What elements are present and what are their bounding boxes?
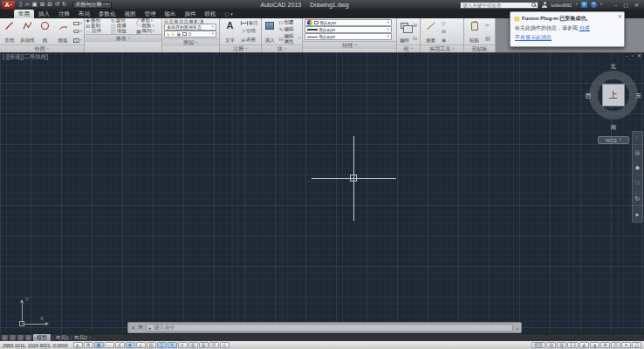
dimension-tool[interactable]: 标注 xyxy=(241,21,258,26)
tab-home[interactable]: 常用 xyxy=(14,10,34,18)
quick-select-tool[interactable]: ▽ xyxy=(442,21,446,26)
command-close-icon[interactable]: ✕ xyxy=(131,325,135,331)
tab-model[interactable]: 模型 xyxy=(33,334,51,341)
quick-view-layouts-button[interactable]: ▤ xyxy=(546,342,556,348)
notification-close-icon[interactable]: ✕ xyxy=(618,13,622,19)
drawing-close-button[interactable]: ✕ xyxy=(637,53,641,58)
wcs-dropdown[interactable]: WCS ▾ xyxy=(598,136,629,144)
command-input[interactable]: ▸ 键入命令 xyxy=(146,324,514,332)
linetype-dropdown[interactable]: ByLayer ▾ xyxy=(305,33,392,40)
panel-label-draw[interactable]: 绘图 ▾ xyxy=(0,44,84,52)
readme-link[interactable]: 自述 xyxy=(579,25,590,31)
panel-label-utilities[interactable]: 实用工具 ▾ xyxy=(421,44,463,52)
create-block-tool[interactable]: ⊡创建 xyxy=(278,20,300,25)
drawing-minimize-button[interactable]: – xyxy=(625,53,627,58)
signin-user-name[interactable]: lurked692 xyxy=(551,3,572,8)
dismiss-message-link[interactable]: 不再显示此消息 xyxy=(515,34,552,42)
quick-calc-tool[interactable]: ⊞ xyxy=(442,29,446,34)
polyline-tool[interactable]: 多段线 xyxy=(18,19,35,44)
transparency-toggle[interactable]: ▥ xyxy=(188,342,198,348)
infer-constraints-toggle[interactable]: ◭ xyxy=(73,342,83,348)
snap-mode-toggle[interactable]: ⊞ xyxy=(84,342,93,348)
circle-tool[interactable]: 圆 xyxy=(37,19,53,44)
tab-annotate[interactable]: 注释 xyxy=(54,10,74,18)
close-button[interactable]: ✕ xyxy=(634,3,639,8)
edit-attributes-tool[interactable]: ⊟编辑属性▾ xyxy=(278,34,300,44)
object-snap-tracking-toggle[interactable]: ▨ xyxy=(147,342,156,348)
help-icon[interactable]: ? xyxy=(591,2,597,8)
search-input[interactable] xyxy=(461,3,531,8)
drawing-canvas[interactable]: [-][俯视][二维线框] – ▫ ✕ 北 西 东 南 上 WCS ▾ ≡ ◎ … xyxy=(0,52,644,333)
tab-parametric[interactable]: 参数化 xyxy=(94,10,120,18)
next-tab-button[interactable]: › xyxy=(17,335,24,341)
group-edit-tool[interactable]: ⊟ xyxy=(413,36,417,41)
signin-user-icon[interactable] xyxy=(542,2,547,8)
line-tool[interactable]: 直线 xyxy=(1,19,17,44)
panel-label-properties[interactable]: 特性 ▾ xyxy=(303,41,396,49)
clean-screen-button[interactable]: ◱ xyxy=(632,342,641,348)
paste-tool[interactable]: 粘贴 xyxy=(465,19,483,44)
ribbon-minimize-button[interactable]: ▢ ▾ xyxy=(221,10,237,18)
command-resize-grip-icon[interactable]: ▴ xyxy=(516,325,518,331)
chevron-down-icon[interactable]: ▾ xyxy=(575,3,577,7)
annotation-scale-button[interactable]: 1:1 xyxy=(567,342,579,348)
lineweight-toggle[interactable]: ≡ xyxy=(178,342,188,348)
viewcube-west[interactable]: 西 xyxy=(586,92,592,100)
maximize-button[interactable]: ▢ xyxy=(623,3,628,8)
tab-layout[interactable]: 布局 xyxy=(74,10,94,18)
save-as-icon[interactable]: ⊞ xyxy=(40,2,45,8)
text-tool[interactable]: A 文字 xyxy=(221,19,239,44)
minimize-button[interactable]: – xyxy=(614,3,617,8)
undo-icon[interactable]: ↺ xyxy=(55,2,59,8)
annotation-visibility-button[interactable]: ◭ xyxy=(579,342,589,348)
model-space-button[interactable]: 模型 xyxy=(531,342,545,348)
viewcube-north[interactable]: 北 xyxy=(586,63,641,71)
panel-label-layers[interactable]: 图层 ▾ xyxy=(162,38,219,46)
3d-object-snap-toggle[interactable]: ◬ xyxy=(136,342,146,348)
dynamic-input-toggle[interactable]: ✎ xyxy=(168,342,177,348)
auto-annotate-button[interactable]: ◮ xyxy=(590,342,599,348)
new-icon[interactable]: ▯ xyxy=(19,2,23,8)
leader-tool[interactable]: ↗引线 xyxy=(241,29,258,34)
id-point-tool[interactable]: ◉ xyxy=(442,38,446,43)
dynamic-ucs-toggle[interactable]: ◫ xyxy=(157,342,167,348)
arc-tool[interactable]: 圆弧 xyxy=(54,19,71,44)
insert-block-tool[interactable]: 插入 xyxy=(263,19,277,44)
tab-plugins[interactable]: 插件 xyxy=(181,10,201,18)
navbar-grip-icon[interactable]: ≡ xyxy=(636,136,638,140)
showmotion-icon[interactable]: ▸ xyxy=(636,211,640,217)
hatch-tool[interactable]: ▾ xyxy=(73,38,82,43)
quick-view-drawings-button[interactable]: ▥ xyxy=(557,342,566,348)
tab-view[interactable]: 视图 xyxy=(120,10,140,18)
tab-manage[interactable]: 管理 xyxy=(140,10,161,18)
quick-properties-toggle[interactable]: ▤ xyxy=(199,342,209,348)
ellipse-tool[interactable]: ▾ xyxy=(73,30,82,34)
edit-block-tool[interactable]: ✎编辑 xyxy=(278,27,300,32)
ungroup-tool[interactable]: ⊞ xyxy=(413,23,417,28)
panel-label-modify[interactable]: 修改 ▾ xyxy=(85,34,161,42)
viewcube-top-face[interactable]: 上 xyxy=(602,84,625,106)
grid-display-toggle[interactable]: ▦ xyxy=(94,342,104,348)
measure-tool[interactable]: 测量 xyxy=(421,19,440,44)
ortho-mode-toggle[interactable]: ∟ xyxy=(105,342,114,348)
last-tab-button[interactable]: » xyxy=(25,335,31,341)
drawing-restore-button[interactable]: ▫ xyxy=(632,53,634,58)
coordinate-readout[interactable]: 2965.1011, 1024.9021, 0.0000 xyxy=(3,343,68,348)
object-color-dropdown[interactable]: ByLayer ▾ xyxy=(305,19,392,26)
steering-wheel-icon[interactable]: ◎ xyxy=(634,149,640,155)
panel-label-groups[interactable]: 组 ▾ xyxy=(397,44,420,52)
tab-online[interactable]: 联机 xyxy=(201,10,221,18)
panel-label-annotation[interactable]: 注释 ▾ xyxy=(220,44,261,52)
prev-tab-button[interactable]: ‹ xyxy=(10,335,16,341)
workspace-switching-button[interactable]: ⚙ xyxy=(600,342,610,348)
object-snap-toggle[interactable]: ◈ xyxy=(126,342,135,348)
pan-icon[interactable]: ✚ xyxy=(635,165,641,171)
layer-state-dropdown[interactable]: 未保存的图层状态 ▾ xyxy=(164,24,216,31)
selection-cycling-toggle[interactable]: ⊡ xyxy=(209,342,219,348)
orbit-icon[interactable]: ↻ xyxy=(635,195,641,202)
exchange-apps-icon[interactable]: X xyxy=(581,2,587,8)
group-tool[interactable]: 编组 xyxy=(398,19,411,44)
search-icon[interactable] xyxy=(531,2,537,8)
customize-wrench-icon[interactable]: ⚒ xyxy=(138,325,143,331)
toolbar-lock-button[interactable]: ⊡ xyxy=(611,342,620,348)
